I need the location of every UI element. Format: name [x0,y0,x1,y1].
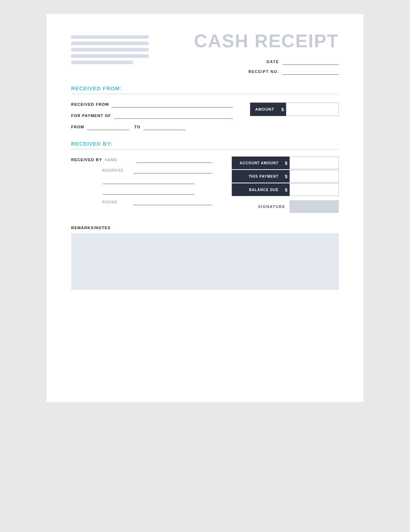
account-summary: ACCOUNT AMOUNT $ THIS PAYMENT $ BALA [232,157,339,197]
from-label: FROM [71,125,84,129]
received-from-section-header: RECEIVED FROM: [71,85,339,94]
signature-row: SIGNATURE [258,200,339,213]
phone-label: PHONE [102,200,130,204]
this-payment-value [290,170,339,183]
received-by-title: RECEIVED BY: [71,141,113,147]
from-to-row: FROM TO [71,124,233,130]
date-field-row: DATE [267,59,339,65]
page-title: CASH RECEIPT [194,32,339,50]
for-payment-label: FOR PAYMENT OF [71,114,111,118]
account-amount-label: ACCOUNT AMOUNT [232,157,283,169]
amount-label: AMOUNT [250,103,279,116]
signature-label: SIGNATURE [258,204,285,209]
phone-row: PHONE [71,199,212,205]
account-amount-row: ACCOUNT AMOUNT $ [232,157,339,169]
address-input-3[interactable] [103,188,194,195]
received-by-left-fields: RECEIVED BY NAME ADDRESS PHONE [71,157,212,209]
address-input-1[interactable] [133,167,212,173]
account-amount-dollar: $ [283,157,290,169]
received-by-name-row: RECEIVED BY NAME [71,157,212,163]
amount-value-box [286,103,339,116]
received-from-left-fields: RECEIVED FROM FOR PAYMENT OF FROM TO [71,101,233,130]
address-row-1: ADDRESS [71,167,212,173]
received-from-body: RECEIVED FROM FOR PAYMENT OF FROM TO AMO… [71,101,339,130]
balance-due-row: BALANCE DUE $ [232,183,339,196]
date-receipt-area: DATE RECEIPT NO. [194,59,339,75]
balance-due-dollar: $ [283,183,290,196]
date-label: DATE [267,60,279,64]
name-input[interactable] [136,157,212,163]
received-by-body: RECEIVED BY NAME ADDRESS PHONE [71,157,339,213]
from-input[interactable] [87,124,129,130]
balance-due-label: BALANCE DUE [232,183,283,196]
to-input[interactable] [143,124,186,130]
amount-box: AMOUNT $ [250,103,339,116]
for-payment-input[interactable] [114,112,233,119]
this-payment-label: THIS PAYMENT [232,170,283,183]
this-payment-dollar: $ [283,170,290,183]
address-extra-lines [71,178,212,195]
remarks-label: REMARKS/NOTES [71,226,339,230]
receipt-no-field-row: RECEIPT NO. [248,68,339,75]
this-payment-input[interactable] [293,174,336,179]
receipt-no-label: RECEIPT NO. [248,69,279,74]
received-by-label: RECEIVED BY [71,158,102,162]
received-from-input[interactable] [112,101,233,108]
right-summary: ACCOUNT AMOUNT $ THIS PAYMENT $ BALA [232,157,339,213]
logo-line-1 [71,35,149,39]
address-label: ADDRESS [102,168,130,172]
title-area: CASH RECEIPT DATE RECEIPT NO. [194,32,339,75]
received-by-section-header: RECEIVED BY: [71,141,339,149]
date-input[interactable] [282,59,339,65]
to-label: TO [134,125,140,129]
logo-line-5 [71,61,133,64]
amount-input[interactable] [289,107,336,112]
logo-line-2 [71,42,149,45]
remarks-section: REMARKS/NOTES [71,226,339,290]
for-payment-field: FOR PAYMENT OF [71,112,233,119]
this-payment-row: THIS PAYMENT $ [232,170,339,183]
balance-due-value [290,183,339,196]
logo-placeholder [71,35,149,64]
receipt-no-input[interactable] [282,68,339,75]
amount-dollar-sign: $ [279,103,286,116]
remarks-box[interactable] [71,233,339,290]
received-from-title: RECEIVED FROM: [71,85,122,91]
name-sub-label: NAME [105,158,133,162]
logo-line-3 [71,48,149,51]
receipt-page: CASH RECEIPT DATE RECEIPT NO. RECEIVED F… [46,14,364,402]
address-input-2[interactable] [103,178,194,184]
received-from-label: RECEIVED FROM [71,102,109,106]
account-amount-value [290,157,339,169]
header-section: CASH RECEIPT DATE RECEIPT NO. [71,32,339,75]
logo-line-4 [71,54,149,58]
account-amount-input[interactable] [293,160,336,166]
signature-box[interactable] [290,200,339,213]
received-from-field: RECEIVED FROM [71,101,233,108]
phone-input[interactable] [133,199,212,205]
balance-due-input[interactable] [293,187,336,192]
